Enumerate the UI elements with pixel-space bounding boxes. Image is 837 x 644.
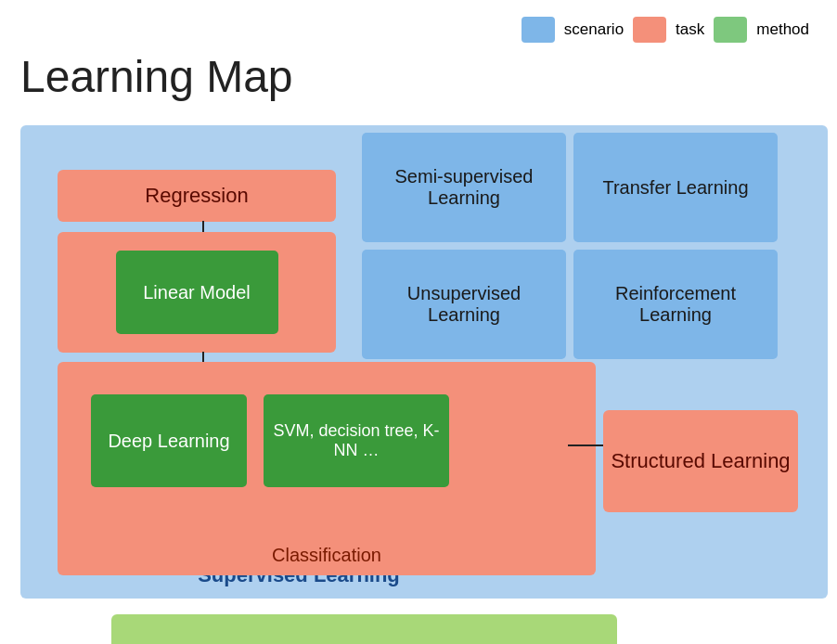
method-legend-label: method <box>756 20 809 39</box>
linear-model-box: Linear Model <box>116 251 278 334</box>
scenario-semi-supervised: Semi-supervised Learning <box>362 133 566 242</box>
nonlinear-model-box: Non-linear Model <box>111 614 617 644</box>
regression-box: Regression <box>58 170 336 222</box>
legend: scenario task method <box>522 17 809 43</box>
task-legend-label: task <box>676 20 704 39</box>
scenario-unsupervised: Unsupervised Learning <box>362 250 566 359</box>
page-title: Learning Map <box>20 51 293 102</box>
svm-box: SVM, decision tree, K-NN … <box>264 394 449 487</box>
scenario-transfer-learning: Transfer Learning <box>573 133 778 242</box>
scenario-reinforcement: Reinforcement Learning <box>573 250 778 359</box>
scenario-legend-label: scenario <box>564 20 624 39</box>
method-legend-box <box>714 17 747 43</box>
linear-model-area: Linear Model <box>58 232 336 353</box>
deep-learning-box: Deep Learning <box>91 394 247 487</box>
scenario-grid: Semi-supervised Learning Transfer Learni… <box>362 133 778 359</box>
task-legend-box <box>633 17 666 43</box>
scenario-legend-box <box>522 17 555 43</box>
classification-label: Classification <box>58 545 596 566</box>
supervised-learning-box: Supervised Learning Semi-supervised Lear… <box>20 125 828 599</box>
arrow-line-h <box>568 444 603 446</box>
structured-learning-box: Structured Learning <box>603 410 798 512</box>
